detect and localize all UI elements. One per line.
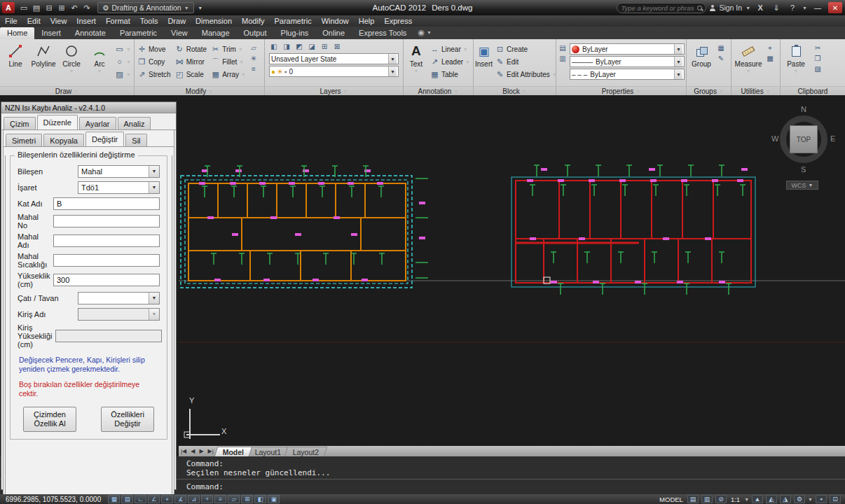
tab-degistir[interactable]: Değiştir: [85, 132, 124, 146]
menu-draw[interactable]: Draw: [163, 17, 191, 25]
clean-screen-icon[interactable]: ⊡: [830, 495, 841, 503]
search-input[interactable]: [621, 4, 694, 12]
viewport-scale-button[interactable]: 1:1: [729, 496, 741, 503]
polar-toggle[interactable]: ∠: [148, 495, 160, 503]
compass-east[interactable]: E: [830, 134, 835, 143]
tab-express-tools[interactable]: Express Tools: [352, 27, 413, 39]
tab-output[interactable]: Output: [237, 27, 274, 39]
panel-modify-expander[interactable]: Modify▼: [135, 86, 264, 95]
layout-tab-icon[interactable]: ▥: [701, 495, 713, 503]
chevron-down-icon[interactable]: ▼: [744, 497, 749, 502]
menu-format[interactable]: Format: [101, 17, 135, 25]
menu-insert[interactable]: Insert: [71, 17, 101, 25]
compass-west[interactable]: W: [771, 134, 778, 143]
explode-button[interactable]: ✳: [249, 54, 259, 63]
menu-modify[interactable]: Modify: [237, 17, 269, 25]
workspace-switcher[interactable]: ⚙ Drafting & Annotation ▼: [97, 2, 194, 13]
id-point-icon[interactable]: ⌖: [765, 43, 775, 52]
tab-layout2[interactable]: Layout2: [284, 447, 327, 456]
model-space-button[interactable]: MODEL: [658, 496, 685, 503]
lineweight-select[interactable]: ——— ByLayer ▼: [570, 56, 685, 67]
layer-state-select[interactable]: Unsaved Layer State▼: [269, 53, 399, 64]
trim-button[interactable]: ✂Trim▼: [209, 43, 247, 55]
stretch-button[interactable]: ⇗Stretch: [136, 69, 172, 80]
download-icon[interactable]: ⇓: [770, 2, 783, 13]
qat-menu-icon[interactable]: ▼: [194, 2, 207, 13]
menu-help[interactable]: Help: [354, 17, 380, 25]
paste-button[interactable]: Paste ▼: [782, 41, 810, 85]
hatch-tool[interactable]: ▨▼: [114, 69, 132, 80]
ducs-toggle[interactable]: ⊿: [188, 495, 200, 503]
lineweight-toggle[interactable]: ≡: [214, 495, 226, 503]
prev-tab-icon[interactable]: ◀: [188, 448, 197, 454]
edit-block-button[interactable]: ✎Edit: [494, 56, 558, 67]
auto-annotation-icon[interactable]: ◮: [780, 495, 791, 503]
grid-toggle[interactable]: ▤: [121, 495, 133, 503]
dyn-toggle[interactable]: +: [201, 495, 213, 503]
chevron-down-icon[interactable]: ▼: [808, 497, 813, 502]
annotation-visibility-icon[interactable]: ◭: [766, 495, 777, 503]
app-icon[interactable]: A: [2, 2, 15, 13]
copy-button[interactable]: ❐Copy: [136, 56, 172, 67]
ribbon-minimize-button[interactable]: ◉▼: [418, 28, 432, 39]
match-icon[interactable]: ▨: [813, 64, 823, 74]
apply-properties-button[interactable]: Özellikleri Değiştir: [101, 407, 154, 432]
plugin-title-bar[interactable]: NZN Isı Kaybı Analiz - v2.4.1.0: [1, 102, 176, 113]
tab-kopyala[interactable]: Kopyala: [43, 134, 84, 146]
rectangle-tool[interactable]: ▭▼: [114, 43, 132, 55]
fillet-button[interactable]: ⌒Fillet▼: [209, 56, 247, 67]
menu-view[interactable]: View: [46, 17, 72, 25]
tab-layout1[interactable]: Layout1: [247, 447, 290, 456]
save-icon[interactable]: ⊟: [43, 2, 55, 13]
search-icon[interactable]: [697, 6, 702, 10]
kiris-adi-select[interactable]: ▼: [78, 308, 160, 321]
tab-home[interactable]: Home: [0, 27, 34, 39]
mahal-sicakligi-input[interactable]: [53, 254, 160, 267]
layer-select[interactable]: ● ☀ ▪ 0▼: [269, 66, 399, 77]
mahal-no-input[interactable]: [53, 215, 160, 227]
layer-properties-icon[interactable]: ◧: [269, 42, 279, 51]
group-edit-icon[interactable]: ✎: [716, 54, 726, 63]
array-button[interactable]: ▦Array▼: [209, 69, 247, 80]
layer-off-icon[interactable]: ◨: [282, 42, 291, 51]
menu-parametric[interactable]: Parametric: [269, 17, 316, 25]
sign-in-link[interactable]: Sign In: [719, 4, 742, 12]
minimize-button[interactable]: —: [811, 2, 825, 13]
view-cube[interactable]: TOP N S W E: [771, 104, 838, 176]
open-icon[interactable]: ▤: [30, 2, 43, 13]
kiris-yuksekligi-input[interactable]: [55, 330, 162, 342]
text-button[interactable]: A Text ▼: [405, 41, 427, 85]
otrack-toggle[interactable]: ∡: [174, 495, 186, 503]
panel-block-expander[interactable]: Block▼: [474, 86, 556, 95]
panel-draw-expander[interactable]: Draw▼: [0, 86, 134, 95]
line-button[interactable]: Line: [1, 41, 29, 85]
exchange-apps-icon[interactable]: X: [754, 2, 767, 13]
tab-annotate[interactable]: Annotate: [68, 27, 113, 39]
linetype-select[interactable]: – – – ByLayer ▼: [570, 69, 685, 80]
selection-cycling-toggle[interactable]: ◧: [254, 495, 266, 503]
ungroup-icon[interactable]: ▦: [716, 43, 726, 52]
annotation-monitor-toggle[interactable]: ▣: [268, 495, 280, 503]
panel-properties-expander[interactable]: Properties▼: [556, 86, 686, 95]
ortho-toggle[interactable]: ∟: [135, 495, 146, 503]
create-block-button[interactable]: ⊡Create: [494, 43, 558, 55]
get-properties-button[interactable]: Çizimden Özellik Al: [23, 407, 76, 432]
object-color-select[interactable]: ByLayer ▼: [570, 43, 685, 55]
cati-tavan-select[interactable]: ▼: [78, 292, 160, 304]
tab-manage[interactable]: Manage: [195, 27, 237, 39]
menu-express[interactable]: Express: [379, 17, 417, 25]
tab-sil[interactable]: Sil: [125, 134, 146, 146]
bilesen-select[interactable]: Mahal ▼: [78, 165, 160, 178]
tab-model[interactable]: Model: [214, 447, 253, 456]
tab-ayarlar[interactable]: Ayarlar: [79, 117, 116, 130]
match-properties-icon[interactable]: ▤: [558, 43, 568, 52]
compass-south[interactable]: S: [801, 165, 806, 174]
wcs-selector[interactable]: WCS ▼: [786, 181, 818, 190]
help-icon[interactable]: ?: [786, 2, 799, 13]
new-icon[interactable]: ▭: [18, 2, 30, 13]
search-box[interactable]: [617, 3, 706, 13]
offset-button[interactable]: ≡: [249, 64, 259, 74]
layer-isolate-icon[interactable]: ◩: [294, 42, 304, 51]
transparency-toggle[interactable]: ▱: [228, 495, 240, 503]
panel-utilities-expander[interactable]: Utilities▼: [731, 86, 780, 95]
